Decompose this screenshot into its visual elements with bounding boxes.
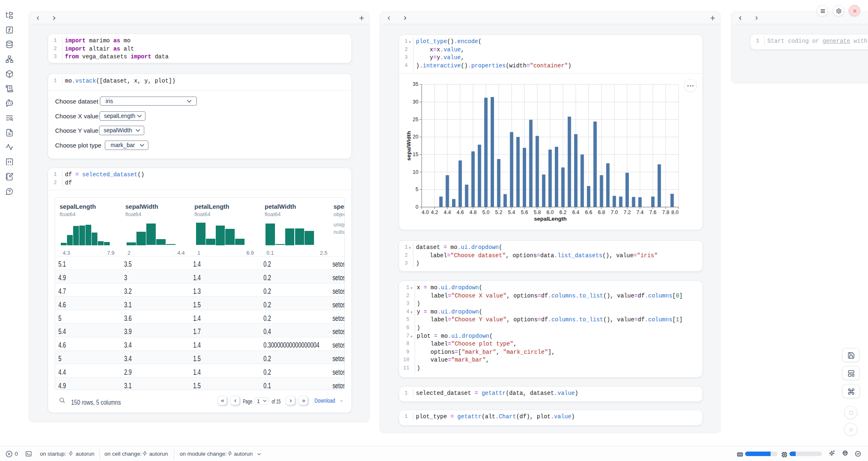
svg-text:5: 5 bbox=[416, 187, 418, 192]
svg-text:7.0: 7.0 bbox=[611, 210, 618, 215]
svg-text:8.0: 8.0 bbox=[672, 210, 679, 215]
svg-text:7.6: 7.6 bbox=[649, 210, 656, 215]
svg-text:4.2: 4.2 bbox=[431, 210, 438, 215]
svg-text:5.6: 5.6 bbox=[521, 210, 528, 215]
svg-text:sepalWidth: sepalWidth bbox=[406, 131, 412, 161]
svg-text:25: 25 bbox=[413, 117, 418, 122]
svg-text:0: 0 bbox=[416, 204, 418, 210]
svg-text:7.4: 7.4 bbox=[637, 210, 644, 215]
svg-text:sepalLength: sepalLength bbox=[534, 216, 567, 222]
svg-text:5.8: 5.8 bbox=[534, 210, 541, 215]
svg-text:4.4: 4.4 bbox=[444, 210, 451, 215]
svg-text:5.2: 5.2 bbox=[495, 210, 502, 215]
svg-text:15: 15 bbox=[413, 152, 418, 157]
svg-text:5.0: 5.0 bbox=[482, 210, 489, 215]
svg-text:5.4: 5.4 bbox=[508, 210, 515, 215]
svg-text:7.2: 7.2 bbox=[623, 210, 630, 215]
svg-text:4.0: 4.0 bbox=[422, 210, 429, 215]
svg-text:4.6: 4.6 bbox=[457, 210, 464, 215]
svg-text:4.8: 4.8 bbox=[469, 210, 476, 215]
svg-text:6.2: 6.2 bbox=[559, 210, 566, 215]
svg-text:7.8: 7.8 bbox=[662, 210, 669, 215]
svg-text:6.4: 6.4 bbox=[572, 210, 579, 215]
svg-text:6.8: 6.8 bbox=[598, 210, 605, 215]
svg-text:20: 20 bbox=[413, 134, 418, 140]
svg-text:10: 10 bbox=[413, 169, 418, 175]
svg-text:35: 35 bbox=[413, 81, 418, 87]
svg-text:6.0: 6.0 bbox=[547, 210, 554, 215]
svg-text:30: 30 bbox=[413, 99, 418, 105]
svg-text:6.6: 6.6 bbox=[585, 210, 592, 215]
